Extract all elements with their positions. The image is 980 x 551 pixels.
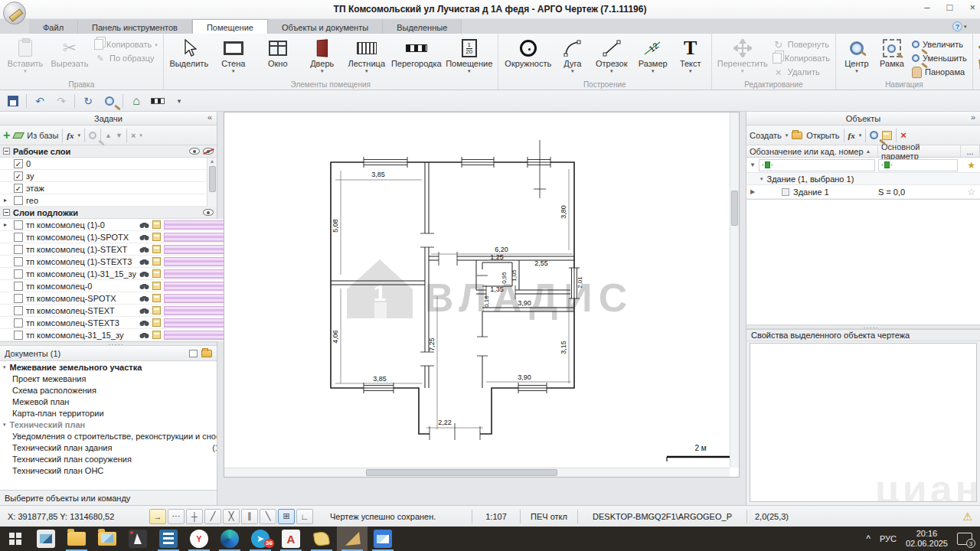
fx-button[interactable]: fx xyxy=(848,131,855,140)
move-button[interactable]: Перенестить▾ xyxy=(715,35,770,78)
underlay-layer-row[interactable]: ▸ тп комсомолец (1)-0 xyxy=(0,219,233,231)
working-layers-scrollbar[interactable]: ▲ xyxy=(207,158,217,207)
collapse-section-icon[interactable] xyxy=(3,209,10,216)
doc-item[interactable]: Межевой план xyxy=(0,396,217,407)
layer-color-swatch[interactable] xyxy=(164,318,231,328)
undo-button[interactable]: ↶ xyxy=(31,93,48,109)
layer-checkbox[interactable] xyxy=(14,220,23,230)
layer-checkbox[interactable] xyxy=(14,245,23,254)
wall-button[interactable]: Стена▾ xyxy=(211,35,256,78)
underlay-layer-row[interactable]: тп комсомолец-STEXT xyxy=(0,305,233,317)
working-layer-row[interactable]: ▸ гео xyxy=(0,194,207,207)
find-layer-icon[interactable] xyxy=(139,295,149,302)
warning-icon[interactable]: ⚠ xyxy=(962,510,972,523)
layer-settings-icon[interactable] xyxy=(152,245,161,253)
canvas-vertical-scrollbar[interactable] xyxy=(730,112,739,468)
scale-indicator[interactable]: 1:107 xyxy=(472,506,520,527)
layer-checkbox[interactable] xyxy=(14,318,23,328)
hidden-icons-button[interactable]: ^ xyxy=(866,533,871,544)
layer-color-swatch[interactable] xyxy=(164,294,231,303)
restore-button[interactable]: □ xyxy=(947,2,953,13)
tab-room[interactable]: Помещение xyxy=(192,19,268,34)
open-object-button[interactable]: Открыть xyxy=(806,131,839,140)
find-layer-icon[interactable] xyxy=(139,246,149,253)
find-layer-icon[interactable] xyxy=(139,258,149,266)
taskbar-scroll-app[interactable] xyxy=(306,527,337,551)
home-button[interactable]: ⌂ xyxy=(128,93,145,109)
remove-layer-button[interactable]: × xyxy=(131,131,136,140)
underlay-layer-row[interactable]: тп комсомолец (1)-31_15_зу xyxy=(0,268,233,280)
building-group-row[interactable]: ▾ Здание (1, выбрано 1) xyxy=(746,173,980,185)
find-layer-icon[interactable] xyxy=(139,282,149,290)
snap-button[interactable]: ∟ xyxy=(296,509,313,524)
paste-button[interactable]: Вставить▾ xyxy=(3,35,47,78)
copy-button[interactable]: Копировать▾ xyxy=(92,38,160,51)
from-base-button[interactable]: Из базы xyxy=(27,131,58,140)
close-button[interactable]: × xyxy=(969,2,975,13)
layer-checkbox[interactable]: ✓ xyxy=(14,159,23,168)
show-all-eye-icon[interactable] xyxy=(203,209,214,216)
doc-group-techplan[interactable]: ▾Технический план xyxy=(0,419,217,430)
toolbar-options-button[interactable]: ▾ xyxy=(171,93,188,109)
layer-checkbox[interactable] xyxy=(14,331,23,340)
dimension-button[interactable]: 12 Размер▾ xyxy=(633,35,673,78)
collapse-panel-button[interactable]: « xyxy=(207,112,212,122)
doc-item[interactable]: Технический план сооружения xyxy=(0,453,217,465)
underlay-layers-header[interactable]: Слои подложки xyxy=(0,207,217,219)
layer-color-swatch[interactable] xyxy=(164,306,231,315)
window-button[interactable]: Окно xyxy=(256,35,300,78)
doc-group-mezhevanie[interactable]: ▾Межевание земельного участка xyxy=(0,361,217,373)
taskbar-calculator[interactable] xyxy=(153,527,184,551)
favorite-star-icon[interactable]: ☆ xyxy=(967,187,975,197)
tab-selected[interactable]: Выделенные xyxy=(383,19,462,34)
frame-button[interactable]: Рамка xyxy=(874,35,910,78)
layer-checkbox[interactable] xyxy=(14,196,23,205)
panel-splitter[interactable] xyxy=(0,341,217,346)
layer-settings-icon[interactable] xyxy=(152,269,161,278)
filter-parameter-input[interactable]: ‹› xyxy=(878,159,958,171)
zoom-in-button[interactable]: Увеличить xyxy=(910,38,969,51)
door-button[interactable]: Дверь▾ xyxy=(300,35,345,78)
app-logo-icon[interactable] xyxy=(3,2,26,24)
taskbar-clock[interactable]: 20:16 02.06.2025 xyxy=(906,529,948,549)
open-document-icon[interactable] xyxy=(201,350,212,357)
find-layer-icon[interactable] xyxy=(139,233,149,241)
find-layer-icon[interactable] xyxy=(139,331,149,339)
building-row[interactable]: ▶ Здание 1 S = 0,0 ☆ xyxy=(746,185,980,199)
save-button[interactable] xyxy=(5,93,21,109)
pan-button[interactable]: Панорама xyxy=(910,66,969,78)
layer-settings-icon[interactable] xyxy=(152,331,161,339)
taskbar-photo-app[interactable] xyxy=(31,527,61,551)
working-layer-row[interactable]: ✓ зу xyxy=(0,170,207,182)
collapse-panel-button[interactable]: » xyxy=(971,112,975,122)
language-indicator[interactable]: РУС xyxy=(880,534,897,543)
redo-button[interactable]: ↷ xyxy=(53,93,70,109)
layer-checkbox[interactable]: ✓ xyxy=(14,184,23,193)
search-icon[interactable] xyxy=(89,132,96,139)
create-object-button[interactable]: Создать xyxy=(750,131,782,140)
snap-button[interactable]: ╲ xyxy=(260,509,276,524)
layer-color-swatch[interactable] xyxy=(164,220,231,230)
select-button[interactable]: Выделить xyxy=(167,35,211,78)
tab-toolbar[interactable]: Панель инструментов xyxy=(78,19,192,34)
layer-color-swatch[interactable] xyxy=(164,269,231,279)
layer-color-swatch[interactable] xyxy=(164,233,231,242)
partition-tool-button[interactable] xyxy=(149,93,166,109)
find-layer-icon[interactable] xyxy=(139,221,149,229)
underlay-layer-row[interactable]: тп комсомолец-SPOTX xyxy=(0,292,233,305)
column-header-more[interactable]: ... xyxy=(961,145,980,157)
canvas-horizontal-scrollbar[interactable] xyxy=(224,468,730,477)
taskbar-photos[interactable] xyxy=(368,527,398,551)
layer-checkbox[interactable]: ✓ xyxy=(14,171,23,181)
find-layer-icon[interactable] xyxy=(139,307,149,315)
help-button[interactable]: ? ▾ xyxy=(952,20,974,32)
documents-header[interactable]: Документы (1) xyxy=(0,346,217,361)
search-object-icon[interactable] xyxy=(870,131,878,139)
snap-button[interactable]: ┼ xyxy=(186,509,203,524)
layer-color-swatch[interactable] xyxy=(164,282,231,291)
layer-checkbox[interactable] xyxy=(14,282,23,291)
cut-button[interactable]: ✂ Вырезать xyxy=(47,35,92,78)
refresh-button[interactable]: ↻ xyxy=(80,93,96,109)
taskbar-yandex-browser[interactable]: Y xyxy=(184,527,214,551)
new-document-icon[interactable] xyxy=(189,350,198,357)
